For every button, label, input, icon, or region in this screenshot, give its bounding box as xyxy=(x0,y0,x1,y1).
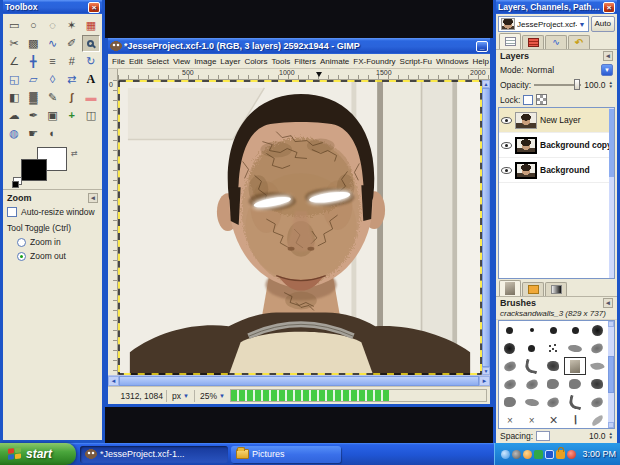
horizontal-scrollbar[interactable]: ◄ ► xyxy=(108,375,490,386)
menu-fx-foundry[interactable]: FX-Foundry xyxy=(351,56,397,67)
menu-windows[interactable]: Windows xyxy=(434,56,470,67)
image-selector-dropdown[interactable]: JesseProject.xcf-1 ▼ xyxy=(498,16,589,32)
collapse-panel-icon[interactable]: ◂ xyxy=(603,298,613,308)
auto-button[interactable]: Auto xyxy=(591,16,615,32)
minimize-icon[interactable]: _ xyxy=(476,41,488,52)
menu-colors[interactable]: Colors xyxy=(242,56,269,67)
layer-row[interactable]: Background xyxy=(499,158,614,183)
select-by-color-tool[interactable]: ▦ xyxy=(82,17,100,34)
crop-tool[interactable]: # xyxy=(63,53,81,70)
checkbox-icon[interactable] xyxy=(7,207,17,217)
blend-tool[interactable]: ▓ xyxy=(24,89,42,106)
menu-animate[interactable]: Animate xyxy=(318,56,351,67)
brush-blob[interactable] xyxy=(543,393,565,411)
tab-layers[interactable] xyxy=(499,33,521,49)
move-tool[interactable]: ╋ xyxy=(24,53,42,70)
menu-tools[interactable]: Tools xyxy=(270,56,293,67)
brush-splat[interactable] xyxy=(564,375,586,393)
spacing-input[interactable] xyxy=(536,431,550,441)
brush-blob[interactable] xyxy=(499,357,521,375)
heal-tool[interactable]: + xyxy=(63,107,81,124)
tab-undo[interactable]: ↶ xyxy=(568,35,590,49)
brush-scrollbar[interactable] xyxy=(608,321,614,428)
visibility-eye-icon[interactable] xyxy=(501,117,512,124)
shear-tool[interactable]: ▱ xyxy=(24,71,42,88)
menu-image[interactable]: Image xyxy=(192,56,218,67)
lock-alpha-checkbox[interactable] xyxy=(523,95,533,105)
brush-dot-m[interactable] xyxy=(543,321,565,339)
mode-dropdown-icon[interactable]: ▼ xyxy=(601,64,613,76)
tab-channels[interactable] xyxy=(522,35,544,49)
swap-colors-icon[interactable]: ⇄ xyxy=(71,149,78,158)
zoom-out-option[interactable]: Zoom out xyxy=(17,251,98,261)
smudge-tool[interactable]: ☛ xyxy=(24,125,42,142)
menu-view[interactable]: View xyxy=(171,56,192,67)
unit-dropdown[interactable]: px▼ xyxy=(170,391,191,401)
canvas-image[interactable] xyxy=(118,80,482,375)
layer-row[interactable]: New Layer xyxy=(499,108,614,133)
dodge-burn-tool[interactable]: ◐ xyxy=(43,125,61,142)
tab-brushes[interactable] xyxy=(499,280,521,296)
color-picker-tool[interactable]: ✐ xyxy=(63,35,81,52)
brush-blob[interactable] xyxy=(521,375,543,393)
rectangle-select-tool[interactable]: ▭ xyxy=(5,17,23,34)
fuzzy-select-tool[interactable]: ✶ xyxy=(63,17,81,34)
scrollbar-thumb[interactable] xyxy=(608,356,614,393)
free-select-tool[interactable]: ◌ xyxy=(43,17,61,34)
brush-wide[interactable] xyxy=(521,393,543,411)
brush-stroke[interactable] xyxy=(564,411,586,429)
scroll-down-icon[interactable] xyxy=(608,422,614,428)
brush-dot-m[interactable] xyxy=(521,339,543,357)
brush-dot-m[interactable] xyxy=(499,321,521,339)
brush-feather[interactable] xyxy=(586,411,608,429)
canvas[interactable] xyxy=(118,80,482,375)
perspective-clone-tool[interactable]: ◫ xyxy=(82,107,100,124)
auto-resize-option[interactable]: Auto-resize window xyxy=(7,207,98,217)
visibility-eye-icon[interactable] xyxy=(501,142,512,149)
pencil-tool[interactable]: ✎ xyxy=(43,89,61,106)
lock-pattern-icon[interactable] xyxy=(536,94,547,105)
foreground-select-tool[interactable]: ▩ xyxy=(24,35,42,52)
brush-X[interactable] xyxy=(543,411,565,429)
scroll-left-icon[interactable]: ◄ xyxy=(108,376,119,386)
blur-sharpen-tool[interactable]: ◍ xyxy=(5,125,23,142)
layers-window-titlebar[interactable]: Layers, Channels, Paths, Undo × xyxy=(496,0,617,14)
brush-spark[interactable] xyxy=(543,339,565,357)
measure-tool[interactable]: ∠ xyxy=(5,53,23,70)
collapse-panel-icon[interactable]: ◂ xyxy=(88,193,98,203)
flip-tool[interactable]: ⇄ xyxy=(63,71,81,88)
layer-list-scrollbar[interactable] xyxy=(609,108,614,278)
brush-blob[interactable] xyxy=(586,393,608,411)
airbrush-tool[interactable]: ☁ xyxy=(5,107,23,124)
brush-x[interactable] xyxy=(521,411,543,429)
tray-icon-1[interactable] xyxy=(501,450,510,459)
scroll-down-icon[interactable]: ▼ xyxy=(482,367,490,375)
zoom-in-option[interactable]: Zoom in xyxy=(17,237,98,247)
tray-icon-5[interactable] xyxy=(545,450,554,459)
start-button[interactable]: start xyxy=(0,443,76,465)
rotate-tool[interactable]: ↻ xyxy=(82,53,100,70)
mode-value[interactable]: Normal xyxy=(527,65,598,75)
tray-lock-icon[interactable] xyxy=(556,450,565,459)
collapse-panel-icon[interactable]: ◂ xyxy=(603,51,613,61)
brush-dot-l[interactable] xyxy=(499,339,521,357)
task-button-gimp[interactable]: *JesseProject.xcf-1... xyxy=(80,446,228,463)
brush-wing[interactable] xyxy=(586,357,608,375)
tab-gradients[interactable] xyxy=(545,282,567,296)
scissors-select-tool[interactable]: ✂ xyxy=(5,35,23,52)
menu-script-fu[interactable]: Script-Fu xyxy=(398,56,434,67)
default-colors-icon[interactable] xyxy=(13,177,22,185)
scrollbar-thumb[interactable] xyxy=(482,88,490,367)
clone-tool[interactable]: ▣ xyxy=(43,107,61,124)
menu-select[interactable]: Select xyxy=(145,56,171,67)
brush-blob[interactable] xyxy=(499,375,521,393)
menu-layer[interactable]: Layer xyxy=(218,56,242,67)
brush-blob[interactable] xyxy=(586,339,608,357)
menu-filters[interactable]: Filters xyxy=(292,56,318,67)
brush-dot-m[interactable] xyxy=(564,321,586,339)
scroll-up-icon[interactable]: ▲ xyxy=(482,80,490,88)
brush-hook[interactable] xyxy=(564,393,586,411)
tray-icon-7[interactable] xyxy=(567,450,576,459)
foreground-color-swatch[interactable] xyxy=(21,159,47,181)
brush-splat[interactable] xyxy=(543,375,565,393)
